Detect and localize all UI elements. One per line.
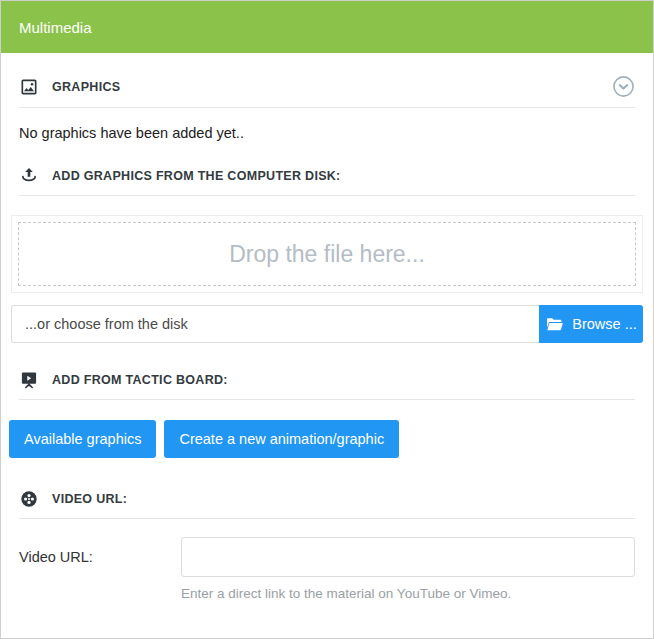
panel-header: Multimedia — [1, 1, 653, 53]
image-icon — [19, 77, 39, 97]
graphics-section-title: GRAPHICS — [52, 80, 120, 94]
graphics-section-header: GRAPHICS — [1, 75, 653, 98]
video-url-helper-text: Enter a direct link to the material on Y… — [181, 586, 635, 601]
video-url-row: Video URL: — [19, 537, 635, 577]
divider — [19, 399, 635, 400]
chevron-down-circle-icon[interactable] — [612, 75, 635, 98]
dropzone-inner: Drop the file here... — [18, 222, 636, 286]
choose-file-row: Browse ... — [11, 305, 643, 343]
video-url-header: VIDEO URL: — [1, 489, 653, 509]
tactic-board-icon — [19, 370, 39, 390]
video-url-label: Video URL: — [19, 549, 181, 565]
divider — [19, 107, 635, 108]
divider — [19, 195, 635, 196]
graphics-empty-message: No graphics have been added yet.. — [19, 125, 635, 141]
dropzone-text: Drop the file here... — [229, 241, 425, 268]
add-from-disk-header: ADD GRAPHICS FROM THE COMPUTER DISK: — [1, 166, 653, 186]
browse-button[interactable]: Browse ... — [539, 305, 643, 343]
folder-open-icon — [545, 315, 564, 334]
video-url-input[interactable] — [181, 537, 635, 577]
add-from-tactic-label: ADD FROM TACTIC BOARD: — [52, 373, 228, 387]
choose-file-input[interactable] — [11, 305, 539, 343]
file-dropzone[interactable]: Drop the file here... — [11, 215, 643, 293]
browse-button-label: Browse ... — [572, 316, 636, 332]
add-from-disk-label: ADD GRAPHICS FROM THE COMPUTER DISK: — [52, 169, 341, 183]
tactic-buttons-row: Available graphics Create a new animatio… — [9, 420, 645, 458]
video-url-title: VIDEO URL: — [52, 492, 127, 506]
available-graphics-button[interactable]: Available graphics — [9, 420, 156, 458]
create-animation-button[interactable]: Create a new animation/graphic — [164, 420, 399, 458]
add-from-tactic-header: ADD FROM TACTIC BOARD: — [1, 370, 653, 390]
divider — [19, 518, 635, 519]
panel-title: Multimedia — [19, 19, 92, 36]
multimedia-panel: Multimedia GRAPHICS No graphics have bee… — [0, 0, 654, 639]
upload-icon — [19, 166, 39, 186]
film-reel-icon — [19, 489, 39, 509]
